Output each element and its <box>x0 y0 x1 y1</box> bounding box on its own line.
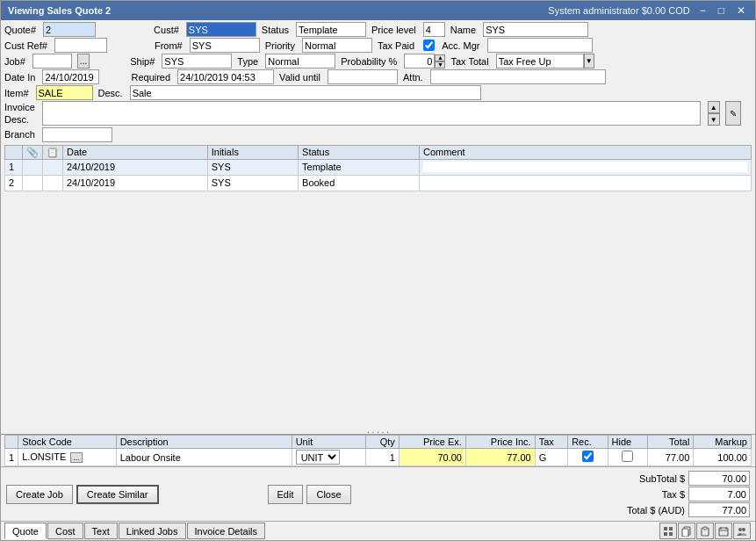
svg-rect-1 <box>669 527 673 530</box>
probability-spinbox-buttons: ▲ ▼ <box>435 54 445 69</box>
tax-summary-value[interactable] <box>688 487 750 501</box>
valid-until-label: Valid until <box>279 72 322 83</box>
job-browse-button[interactable]: ... <box>77 54 90 69</box>
status-label: Status <box>262 25 291 35</box>
job-label: Job# <box>4 56 27 67</box>
invoice-desc-label: Invoice Desc. <box>4 101 37 126</box>
desc-label: Desc. <box>98 88 125 98</box>
maximize-button[interactable]: □ <box>716 4 727 17</box>
stock-code: L.ONSITE <box>22 451 66 462</box>
close-form-button[interactable]: Close <box>306 485 350 504</box>
quote-input[interactable] <box>43 22 96 37</box>
price-level-input[interactable] <box>423 22 445 37</box>
calendar-icon-btn[interactable] <box>715 523 732 539</box>
col-unit: Unit <box>292 436 366 449</box>
col-initials: Initials <box>207 145 298 159</box>
item-qty: 1 <box>366 449 399 466</box>
item-rec-checkbox[interactable] <box>582 451 594 462</box>
ship-input[interactable] <box>162 54 232 69</box>
required-input[interactable] <box>177 69 274 84</box>
tax-row: Tax $ <box>597 487 750 501</box>
item-price-inc: 77.00 <box>465 449 535 466</box>
create-job-button[interactable]: Create Job <box>6 485 73 504</box>
col-tax: Tax <box>535 436 567 449</box>
stock-code-browse[interactable]: ... <box>70 452 83 463</box>
item-price-ex: 70.00 <box>399 449 465 466</box>
name-input[interactable] <box>483 22 588 37</box>
price-level-label: Price level <box>371 25 418 35</box>
probability-up-button[interactable]: ▲ <box>435 54 445 61</box>
subtotal-row: SubTotal $ <box>597 471 750 486</box>
col-stock-code: Stock Code <box>18 436 117 449</box>
paste-icon-btn[interactable] <box>696 523 714 539</box>
item-description: Labour Onsite <box>116 449 292 466</box>
table-row: 1 24/10/2019 SYS Template <box>5 159 752 175</box>
desc-input[interactable] <box>130 85 481 100</box>
attn-label: Attn. <box>403 72 425 83</box>
date-in-label: Date In <box>4 72 37 83</box>
notes-table: 📎 📋 Date Initials Status Comment 1 <box>4 145 752 191</box>
acc-mgr-input[interactable] <box>487 38 593 53</box>
job-input[interactable] <box>32 54 72 69</box>
probability-down-button[interactable]: ▼ <box>435 61 445 69</box>
col-status: Status <box>299 145 420 159</box>
paperclip-icon: 📎 <box>26 147 39 157</box>
item-indicator: 1 <box>5 449 18 466</box>
col-price-inc: Price Inc. <box>465 436 535 449</box>
col-total: Total <box>647 436 693 449</box>
probability-input[interactable] <box>404 54 435 69</box>
probability-spinbox: ▲ ▼ <box>404 54 445 69</box>
status-input[interactable] <box>296 22 366 37</box>
type-input[interactable] <box>265 54 335 69</box>
item-no-input[interactable] <box>36 85 93 100</box>
tab-cost[interactable]: Cost <box>47 523 83 539</box>
tax-total-dropdown-btn[interactable]: ▼ <box>584 54 594 69</box>
tab-quote[interactable]: Quote <box>4 523 47 539</box>
attn-input[interactable] <box>430 69 606 84</box>
col-notes: 📋 <box>43 145 63 159</box>
row-comment[interactable] <box>419 159 751 175</box>
unit-select[interactable]: UNIT <box>296 450 340 465</box>
priority-input[interactable] <box>302 38 372 53</box>
invoice-desc-textarea[interactable] <box>42 101 701 126</box>
drag-divider[interactable]: . . . . . <box>1 425 755 434</box>
from-input[interactable] <box>190 38 260 53</box>
date-in-input[interactable] <box>42 69 99 84</box>
cust-ref-input[interactable] <box>54 38 107 53</box>
tab-invoice-details[interactable]: Invoice Details <box>187 523 266 539</box>
tab-text[interactable]: Text <box>84 523 118 539</box>
tax-total-input[interactable] <box>496 54 584 69</box>
item-total: 77.00 <box>647 449 693 466</box>
invoice-desc-scroll-up[interactable]: ▲ <box>708 101 720 113</box>
copy-icon-btn[interactable] <box>678 523 695 539</box>
invoice-desc-edit-btn[interactable]: ✎ <box>725 101 741 126</box>
col-row-num <box>5 145 23 159</box>
grid-icon-btn[interactable] <box>659 523 677 539</box>
people-icon-btn[interactable] <box>733 523 751 539</box>
subtotal-value[interactable] <box>688 471 750 486</box>
table-row: 2 24/10/2019 SYS Booked <box>5 175 752 191</box>
minimize-button[interactable]: − <box>697 4 709 17</box>
create-similar-button[interactable]: Create Similar <box>76 485 159 504</box>
tax-total-label: Tax Total <box>450 56 490 67</box>
close-button[interactable]: ✕ <box>734 4 748 17</box>
col-markup: Markup <box>694 436 752 449</box>
row-initials: SYS <box>207 175 298 191</box>
tax-summary-label: Tax $ <box>597 489 685 500</box>
tax-total-dropdown: ▼ <box>496 54 594 69</box>
edit-button[interactable]: Edit <box>268 485 304 504</box>
col-hide: Hide <box>608 436 647 449</box>
cust-input[interactable] <box>186 22 256 37</box>
tax-paid-checkbox[interactable] <box>423 40 435 51</box>
cust-ref-label: Cust Ref# <box>4 40 49 51</box>
user-info: System administrator $0.00 COD <box>548 5 689 16</box>
branch-label: Branch <box>4 129 37 140</box>
summary-section: SubTotal $ Tax $ Total $ (AUD) <box>597 471 750 517</box>
tab-linked-jobs[interactable]: Linked Jobs <box>119 523 186 539</box>
branch-input[interactable] <box>42 127 112 142</box>
invoice-desc-scroll-down[interactable]: ▼ <box>708 113 720 126</box>
valid-until-input[interactable] <box>328 69 398 84</box>
svg-rect-7 <box>703 527 707 530</box>
total-value[interactable] <box>688 502 750 517</box>
item-hide-checkbox[interactable] <box>622 451 633 462</box>
